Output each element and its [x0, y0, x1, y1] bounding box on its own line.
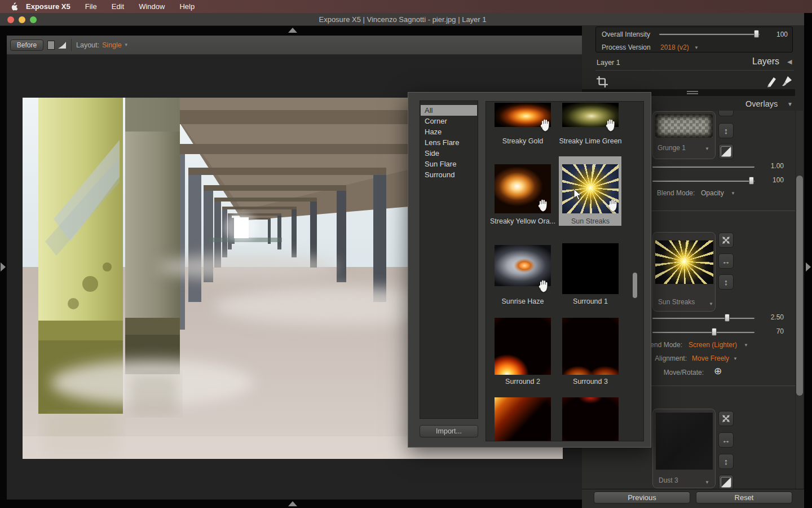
- menu-item-file[interactable]: File: [85, 2, 97, 11]
- sun-streaks-slider-2-thumb[interactable]: [712, 328, 717, 336]
- zoom-window-button[interactable]: [30, 16, 37, 23]
- import-button[interactable]: Import...: [420, 425, 478, 437]
- panel-bottom-bar: Previous Reset: [582, 489, 804, 508]
- category-item-all[interactable]: All: [421, 105, 477, 116]
- menu-item-help[interactable]: Help: [179, 2, 195, 11]
- sun-streaks-blend-mode-value[interactable]: Screen (Lighter): [689, 341, 737, 349]
- viewer-toolbar: Before Layout: Single ▼: [7, 36, 582, 55]
- sun-streaks-alignment-value[interactable]: Move Freely: [692, 354, 729, 362]
- category-item-side[interactable]: Side: [421, 148, 477, 159]
- sun-streaks-dropdown-icon[interactable]: ▼: [709, 301, 713, 306]
- layout-dropdown-icon[interactable]: ▼: [124, 42, 129, 47]
- pan-hand-icon: [540, 118, 551, 133]
- sun-streaks-name[interactable]: Sun Streaks: [658, 298, 695, 306]
- grunge-slider-1[interactable]: [652, 166, 754, 168]
- window-title-bar[interactable]: Exposure X5 | Vincenzo Sagnotti - pier.j…: [0, 13, 805, 26]
- grunge-slider-1-value: 1.00: [761, 162, 784, 170]
- layers-divider: [595, 70, 794, 71]
- menu-app-name[interactable]: Exposure X5: [26, 2, 70, 11]
- sun-streaks-flip-vertical-button[interactable]: ↕: [718, 274, 734, 290]
- overlay-thumbnail-overlay-9[interactable]: [562, 397, 619, 441]
- grunge-dropdown-icon[interactable]: ▼: [705, 146, 709, 151]
- overlay-thumbnail-surround-2[interactable]: [495, 318, 551, 375]
- sun-streaks-blend-mode-dropdown-icon[interactable]: ▼: [744, 343, 748, 348]
- toolbar-divider: [71, 39, 72, 51]
- grunge-blend-mode-dropdown-icon[interactable]: ▼: [731, 191, 735, 196]
- previous-button[interactable]: Previous: [594, 492, 690, 503]
- dust-flip-vertical-button[interactable]: ↕: [718, 454, 734, 469]
- layout-value[interactable]: Single: [102, 41, 122, 49]
- sun-streaks-randomize-button[interactable]: [718, 233, 734, 248]
- grunge-name[interactable]: Grunge 1: [657, 144, 686, 152]
- layers-collapse-icon[interactable]: ◀: [787, 58, 792, 65]
- background-color-swatch[interactable]: [47, 41, 55, 50]
- menu-item-window[interactable]: Window: [139, 2, 165, 11]
- category-item-surround[interactable]: Surround: [421, 169, 477, 180]
- sun-streaks-slider-1-thumb[interactable]: [725, 314, 730, 322]
- grunge-slider-2-thumb[interactable]: [749, 177, 754, 185]
- overall-intensity-slider[interactable]: [659, 33, 760, 35]
- sun-streaks-slider-2[interactable]: [652, 331, 754, 333]
- process-version-value[interactable]: 2018 (v2): [660, 43, 689, 51]
- reset-button[interactable]: Reset: [696, 492, 792, 503]
- eraser-pencil-icon[interactable]: [766, 75, 778, 87]
- dust-randomize-button[interactable]: [718, 411, 734, 426]
- right-panel-strip: [804, 13, 812, 508]
- grunge-blend-mode-value[interactable]: Opacity: [701, 189, 724, 197]
- overlay-thumbnail-overlay-8[interactable]: [495, 397, 551, 441]
- overlay-thumbnail-surround-3[interactable]: [562, 318, 619, 375]
- process-version-label: Process Version: [602, 43, 651, 51]
- sun-streaks-alignment-dropdown-icon[interactable]: ▼: [733, 356, 738, 361]
- pan-hand-icon: [537, 198, 549, 213]
- overlay-grid-scrollbar-thumb[interactable]: [633, 273, 637, 298]
- category-item-sun-flare[interactable]: Sun Flare: [421, 159, 477, 169]
- pan-hand-icon: [605, 118, 616, 133]
- overlay-label-surround-2: Surround 2: [488, 378, 558, 386]
- move-rotate-target-icon[interactable]: ⊕: [714, 365, 722, 377]
- grunge-thumbnail[interactable]: [655, 114, 713, 138]
- dust-name[interactable]: Dust 3: [659, 476, 678, 484]
- overlays-collapse-icon[interactable]: ▼: [787, 101, 793, 107]
- brush-icon[interactable]: [780, 75, 793, 87]
- process-version-dropdown-icon[interactable]: ▼: [694, 45, 699, 50]
- sun-streaks-flip-horizontal-button[interactable]: ↔: [718, 253, 734, 269]
- pan-hand-icon: [538, 279, 549, 294]
- histogram-icon[interactable]: [58, 41, 67, 50]
- layer-name[interactable]: Layer 1: [597, 59, 620, 67]
- minimize-window-button[interactable]: [19, 16, 25, 23]
- overlay-thumbnail-surround-1[interactable]: [562, 243, 619, 294]
- overlay-label-streaky-lime-green: Streaky Lime Green: [555, 137, 625, 145]
- overall-intensity-slider-thumb[interactable]: [754, 30, 759, 38]
- dust-mask-button[interactable]: [718, 475, 734, 489]
- sun-streaks-slider-1[interactable]: [652, 317, 754, 319]
- grunge-flip-vertical-button[interactable]: ↕: [718, 123, 734, 138]
- grunge-slider-2[interactable]: [652, 180, 754, 182]
- dust-dropdown-icon[interactable]: ▼: [705, 480, 709, 485]
- top-panel-reveal-arrow-icon[interactable]: [288, 28, 297, 33]
- pan-hand-icon: [607, 198, 619, 213]
- grunge-mask-button[interactable]: [718, 144, 734, 159]
- dust-flip-horizontal-button[interactable]: ↔: [718, 432, 734, 448]
- category-item-haze[interactable]: Haze: [421, 126, 477, 137]
- menu-item-edit[interactable]: Edit: [112, 2, 124, 11]
- crop-icon[interactable]: [596, 76, 608, 88]
- overall-intensity-label: Overall Intensity: [602, 30, 650, 38]
- before-preview-button[interactable]: Before: [10, 40, 43, 51]
- shuffle-icon: [721, 414, 731, 423]
- grunge-flip-horizontal-button[interactable]: [718, 111, 734, 116]
- right-panel-reveal-arrow-icon[interactable]: [806, 262, 811, 271]
- window-title: Exposure X5 | Vincenzo Sagnotti - pier.j…: [0, 15, 805, 24]
- dust-thumbnail[interactable]: [656, 413, 713, 470]
- category-item-lens-flare[interactable]: Lens Flare: [421, 137, 477, 148]
- left-panel-reveal-arrow-icon[interactable]: [1, 262, 6, 271]
- category-item-corner[interactable]: Corner: [421, 116, 477, 126]
- overlay-label-streaky-yellow-ora: Streaky Yellow Ora...: [488, 217, 558, 225]
- mouse-cursor: [573, 189, 582, 202]
- apple-menu-icon[interactable]: [10, 2, 18, 11]
- menu-bar: Exposure X5 File Edit Window Help: [0, 0, 812, 13]
- sun-streaks-thumbnail[interactable]: [655, 240, 713, 284]
- panel-scrollbar-thumb[interactable]: [796, 176, 803, 396]
- bottom-panel-reveal-arrow-icon[interactable]: [288, 501, 297, 506]
- close-window-button[interactable]: [7, 16, 14, 23]
- overlay-label-surround-1: Surround 1: [555, 297, 625, 305]
